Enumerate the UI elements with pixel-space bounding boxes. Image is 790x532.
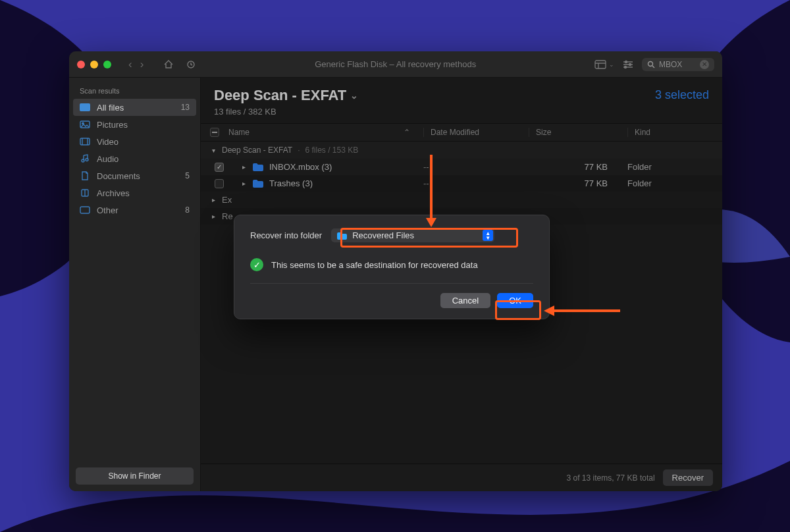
other-icon	[80, 205, 90, 215]
sidebar-item-count: 8	[185, 205, 190, 215]
window-title: Generic Flash Disk – All recovery method…	[203, 59, 588, 69]
recover-destination-dialog: Recover into folder Recovered Files ▲▼ ✓…	[234, 215, 550, 319]
svg-point-4	[625, 66, 627, 68]
svg-rect-13	[80, 207, 90, 213]
sidebar-item-label: Documents	[97, 171, 140, 181]
sidebar-item-label: Video	[97, 137, 118, 147]
search-icon	[647, 61, 655, 68]
nav-arrows: ‹ ›	[126, 59, 146, 70]
view-mode-toggle[interactable]: ⌄	[594, 60, 614, 69]
check-circle-icon: ✓	[250, 258, 263, 271]
clear-search-icon[interactable]: ✕	[700, 60, 709, 69]
sidebar-section-title: Scan results	[69, 84, 200, 99]
destination-value: Recovered Files	[352, 230, 414, 240]
toolbar: ‹ › Generic Flash Disk – All recovery me…	[69, 51, 722, 78]
ok-button[interactable]: OK	[497, 293, 533, 308]
sidebar-item-count: 5	[185, 171, 190, 180]
folder-icon	[336, 232, 347, 240]
search-input[interactable]: MBOX ✕	[642, 58, 714, 71]
window-controls	[77, 61, 111, 68]
sidebar-item-other[interactable]: Other 8	[69, 201, 200, 219]
zoom-window-button[interactable]	[103, 61, 111, 68]
video-icon	[80, 136, 90, 147]
all-files-icon	[80, 102, 90, 113]
archives-icon	[80, 188, 90, 198]
sidebar-item-all-files[interactable]: All files 13	[73, 99, 196, 116]
documents-icon	[80, 171, 90, 181]
nav-back-button[interactable]: ‹	[126, 59, 135, 70]
sidebar-item-label: Pictures	[97, 120, 128, 130]
minimize-window-button[interactable]	[90, 61, 98, 68]
sidebar: Scan results All files 13 Pictures Video…	[69, 78, 201, 491]
stepper-icon: ▲▼	[483, 230, 493, 241]
pictures-icon	[80, 119, 90, 130]
svg-rect-6	[80, 103, 90, 111]
sidebar-item-label: All files	[97, 103, 124, 113]
safe-destination-message: This seems to be a safe destination for …	[271, 260, 478, 270]
sidebar-item-archives[interactable]: Archives	[69, 184, 200, 201]
show-in-finder-button[interactable]: Show in Finder	[76, 467, 194, 485]
svg-point-3	[629, 63, 631, 65]
sidebar-item-label: Archives	[97, 188, 130, 198]
destination-label: Recover into folder	[250, 230, 322, 240]
sidebar-item-pictures[interactable]: Pictures	[69, 116, 200, 133]
sidebar-item-label: Other	[97, 205, 118, 215]
svg-point-11	[86, 159, 88, 161]
cancel-button[interactable]: Cancel	[440, 293, 490, 308]
nav-forward-button[interactable]: ›	[138, 59, 147, 70]
refresh-icon[interactable]	[186, 59, 196, 70]
svg-rect-9	[80, 138, 90, 145]
sidebar-item-label: Audio	[97, 154, 118, 164]
home-icon[interactable]	[163, 59, 174, 70]
sidebar-item-count: 13	[181, 103, 190, 112]
svg-point-10	[82, 159, 84, 162]
sidebar-item-video[interactable]: Video	[69, 133, 200, 150]
sidebar-item-audio[interactable]: Audio	[69, 150, 200, 167]
destination-select[interactable]: Recovered Files ▲▼	[331, 228, 494, 242]
close-window-button[interactable]	[77, 61, 85, 68]
svg-rect-1	[595, 61, 606, 68]
settings-icon[interactable]	[622, 60, 634, 69]
svg-point-5	[648, 61, 653, 66]
svg-point-2	[625, 61, 627, 63]
audio-icon	[80, 153, 90, 164]
search-value: MBOX	[659, 60, 682, 69]
sidebar-item-documents[interactable]: Documents 5	[69, 167, 200, 184]
